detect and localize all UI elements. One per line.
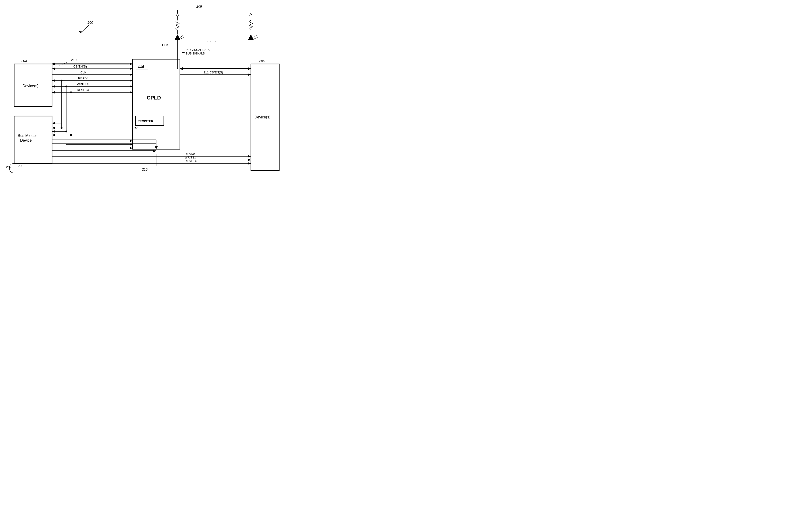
ref-200: 200 — [87, 21, 93, 24]
dots-separator: . . . . — [207, 37, 216, 43]
ref-204: 204 — [21, 59, 27, 63]
cs-en-right-label: 211 CS/EN(S) — [204, 71, 223, 74]
ref-212: 212 — [132, 126, 138, 130]
ref-213: 213 — [71, 58, 77, 62]
ref-215: 215 — [142, 167, 148, 171]
led-label: LED — [162, 43, 168, 47]
junction-bm3 — [70, 134, 72, 136]
bus-master-label2: Device — [20, 138, 32, 142]
devices-left-label: Device(s) — [23, 84, 38, 88]
read-label-right: READ# — [184, 152, 195, 156]
bus-master-label: Bus Master — [18, 134, 37, 138]
bus-master-box — [14, 116, 52, 163]
cpld-box — [133, 59, 180, 149]
write-label-right: WRITE# — [184, 156, 197, 159]
ref-214: 214 — [138, 64, 144, 68]
devices-right-label: Device(s) — [254, 115, 270, 119]
reset-label-left: RESET# — [77, 88, 89, 92]
junction-bm1 — [61, 127, 62, 129]
register-label: REGISTER — [138, 119, 153, 123]
cs-en-signal-label: CS/EN(S) — [74, 65, 87, 68]
ref-206: 206 — [259, 59, 265, 63]
individual-data-label: INDIVIDUAL DATA — [186, 48, 209, 52]
write-label-left: WRITE# — [77, 82, 89, 86]
clk-label: CLK — [81, 71, 87, 74]
bus-signals-label: BUS SIGNALS — [186, 52, 205, 55]
ref-208: 208 — [196, 4, 202, 8]
junction-bm2 — [65, 131, 67, 132]
ref-202: 202 — [18, 164, 23, 168]
read-label-left: READ# — [78, 77, 88, 80]
cpld-label: CPLD — [147, 95, 161, 101]
ref-202-label: 202 — [6, 165, 11, 169]
reset-label-right: RESET# — [184, 159, 197, 163]
